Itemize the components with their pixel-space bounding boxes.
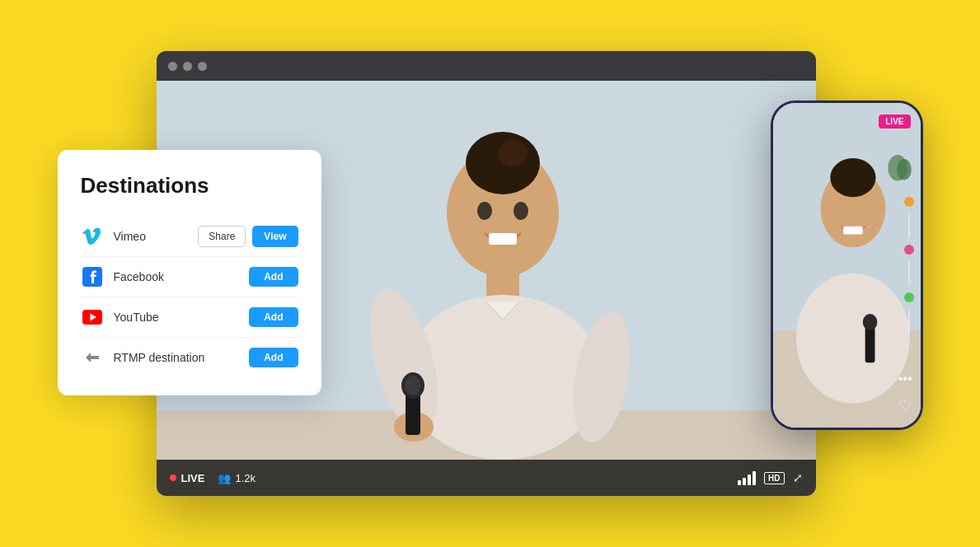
svg-rect-18 [489, 233, 517, 245]
rtmp-icon [81, 346, 104, 369]
destinations-card: Destinations Vimeo Share View Face [58, 150, 321, 395]
live-dot [170, 475, 176, 481]
facebook-buttons: Add [249, 267, 298, 287]
signal-bar-2 [743, 478, 746, 485]
vimeo-icon [81, 225, 104, 248]
signal-bars [738, 471, 756, 485]
viewers-count: 👥 1.2k [218, 472, 256, 484]
phone-heart-icon[interactable]: ♡ [898, 396, 912, 414]
rtmp-add-button[interactable]: Add [249, 348, 298, 367]
rtmp-buttons: Add [249, 348, 298, 367]
browser-dot-yellow [183, 62, 192, 71]
phone-line-2 [908, 261, 910, 286]
phone-dot-orange [904, 197, 914, 207]
youtube-label: YouTube [114, 311, 250, 324]
destinations-title: Destinations [81, 173, 298, 199]
bottom-bar-right: HD ⤢ [738, 471, 802, 485]
phone-line-1 [908, 213, 910, 238]
browser-dot-green [198, 62, 207, 71]
svg-point-33 [830, 158, 875, 197]
facebook-label: Facebook [114, 270, 250, 283]
signal-bar-4 [753, 471, 756, 485]
youtube-buttons: Add [249, 307, 298, 327]
svg-point-17 [513, 202, 528, 220]
phone-more-icon[interactable]: ••• [898, 372, 912, 386]
phone-dot-pink [904, 245, 914, 255]
youtube-add-button[interactable]: Add [249, 307, 298, 327]
svg-point-39 [897, 159, 912, 180]
scene-container: LIVE 👥 1.2k HD ⤢ [58, 35, 923, 512]
mobile-phone: LIVE ••• ♡ [771, 101, 923, 430]
phone-screen: LIVE ••• ♡ [773, 103, 921, 428]
svg-point-26 [405, 376, 421, 395]
live-indicator: LIVE [170, 472, 205, 484]
live-text: LIVE [181, 472, 205, 484]
vimeo-buttons: Share View [198, 226, 298, 247]
phone-live-badge: LIVE [879, 115, 910, 129]
svg-point-37 [862, 314, 877, 330]
destination-row-rtmp: RTMP destination Add [81, 338, 298, 377]
video-bottom-bar: LIVE 👥 1.2k HD ⤢ [157, 460, 816, 496]
svg-point-35 [795, 274, 909, 404]
facebook-icon [81, 265, 104, 288]
browser-dot-red [168, 62, 177, 71]
destination-row-vimeo: Vimeo Share View [81, 217, 298, 257]
browser-titlebar [157, 51, 816, 81]
svg-rect-34 [843, 227, 863, 235]
vimeo-view-button[interactable]: View [252, 226, 298, 247]
vimeo-share-button[interactable]: Share [198, 226, 246, 247]
rtmp-label: RTMP destination [114, 351, 250, 364]
viewers-icon: 👥 [218, 472, 231, 484]
hd-badge: HD [764, 472, 784, 484]
signal-bar-1 [738, 480, 741, 485]
svg-point-15 [498, 140, 528, 166]
phone-dot-green [904, 292, 914, 302]
svg-point-16 [477, 202, 492, 220]
fullscreen-icon[interactable]: ⤢ [793, 471, 803, 484]
vimeo-label: Vimeo [114, 230, 199, 243]
signal-bar-3 [748, 475, 751, 485]
phone-line-3 [908, 309, 910, 334]
viewers-number: 1.2k [235, 472, 256, 484]
facebook-add-button[interactable]: Add [249, 267, 298, 287]
svg-point-14 [466, 132, 540, 194]
destination-row-facebook: Facebook Add [81, 257, 298, 297]
youtube-icon [81, 306, 104, 329]
destination-row-youtube: YouTube Add [81, 297, 298, 338]
